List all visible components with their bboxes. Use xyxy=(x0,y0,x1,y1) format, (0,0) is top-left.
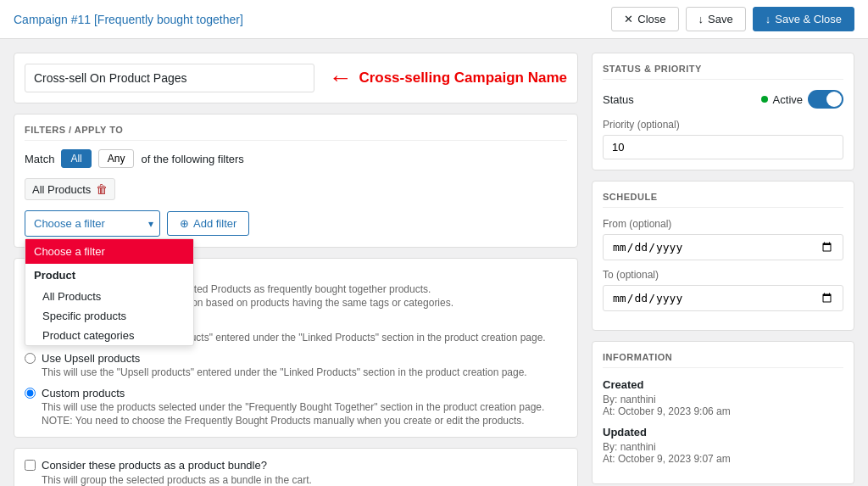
left-panel: ← Cross-selling Campaign Name FILTERS / … xyxy=(14,53,578,486)
save-label: Save xyxy=(708,13,733,25)
updated-group: Updated By: nanthini At: October 9, 2023… xyxy=(603,426,843,465)
match-row: Match All Any of the following filters xyxy=(25,149,567,168)
match-suffix: of the following filters xyxy=(141,153,243,165)
priority-label: Priority (optional) xyxy=(603,119,843,131)
dropdown-specific-products[interactable]: Specific products xyxy=(25,306,193,326)
schedule-title: SCHEDULE xyxy=(603,192,843,208)
radio-upsell-label[interactable]: Use Upsell products xyxy=(25,352,567,365)
bundle-section: Consider these products as a product bun… xyxy=(14,448,578,486)
save-icon: ↓ xyxy=(698,13,704,25)
dropdown-group-label: Product xyxy=(25,264,193,287)
status-priority-title: STATUS & PRIORITY xyxy=(603,64,843,80)
bundle-desc: This will group the selected products as… xyxy=(42,474,567,486)
radio-custom-text: Custom products xyxy=(42,387,125,399)
match-prefix: Match xyxy=(25,153,54,165)
status-active-text: Active xyxy=(773,93,803,106)
save-close-button[interactable]: ↓ Save & Close xyxy=(753,7,854,31)
match-any-button[interactable]: Any xyxy=(98,149,135,168)
radio-custom-input[interactable] xyxy=(25,388,36,399)
filters-section-label: FILTERS / APPLY TO xyxy=(25,125,567,141)
radio-custom-label[interactable]: Custom products xyxy=(25,387,567,399)
to-field: To (optional) xyxy=(603,269,843,311)
add-filter-button[interactable]: ⊕ Add filter xyxy=(167,211,249,236)
radio-upsell-text: Use Upsell products xyxy=(42,352,140,365)
created-at: At: October 9, 2023 9:06 am xyxy=(603,405,843,417)
from-label: From (optional) xyxy=(603,218,843,230)
all-products-tag: All Products 🗑 xyxy=(25,178,115,200)
to-label: To (optional) xyxy=(603,269,843,281)
add-filter-icon: ⊕ xyxy=(180,217,189,230)
annotation-text: Cross-selling Campaign Name xyxy=(359,70,567,87)
priority-field: Priority (optional) xyxy=(603,119,843,159)
right-panel: STATUS & PRIORITY Status Active Priority… xyxy=(592,53,854,486)
top-bar-actions: ✕ Close ↓ Save ↓ Save & Close xyxy=(611,7,854,31)
campaign-name-wrapper: ← Cross-selling Campaign Name xyxy=(25,64,567,92)
created-by: By: nanthini xyxy=(603,394,843,405)
close-icon: ✕ xyxy=(624,13,633,25)
status-priority-card: STATUS & PRIORITY Status Active Priority… xyxy=(592,53,854,170)
arrow-left-icon: ← xyxy=(328,66,352,90)
to-date-input[interactable] xyxy=(603,285,843,311)
filter-row: Choose a filter ⊕ Add filter Choose a fi… xyxy=(25,210,567,237)
radio-custom: Custom products This will use the produc… xyxy=(25,387,567,427)
save-button[interactable]: ↓ Save xyxy=(686,7,746,31)
filter-dropdown-menu: Choose a filter Product All Products Spe… xyxy=(25,238,194,346)
dropdown-product-categories[interactable]: Product categories xyxy=(25,326,193,345)
title-prefix: Campaign #11 [ xyxy=(14,13,97,26)
save-close-icon: ↓ xyxy=(765,13,771,25)
title-link: Frequently bought together xyxy=(97,13,240,26)
close-button[interactable]: ✕ Close xyxy=(611,7,678,31)
information-card: INFORMATION Created By: nanthini At: Oct… xyxy=(592,341,854,484)
status-row: Status Active xyxy=(603,90,843,109)
dropdown-header-item[interactable]: Choose a filter xyxy=(25,239,193,264)
radio-upsell: Use Upsell products This will use the "U… xyxy=(25,352,567,378)
filters-section: FILTERS / APPLY TO Match All Any of the … xyxy=(14,114,578,248)
match-all-button[interactable]: All xyxy=(61,149,91,168)
radio-upsell-input[interactable] xyxy=(25,353,36,364)
status-value: Active xyxy=(761,90,843,109)
created-label: Created xyxy=(603,378,843,391)
dropdown-all-products[interactable]: All Products xyxy=(25,287,193,306)
campaign-name-annotation: ← Cross-selling Campaign Name xyxy=(328,66,567,90)
from-date-input[interactable] xyxy=(603,234,843,260)
campaign-name-section: ← Cross-selling Campaign Name xyxy=(14,53,578,103)
top-bar: Campaign #11 [Frequently bought together… xyxy=(0,0,868,39)
page-wrapper: Campaign #11 [Frequently bought together… xyxy=(0,0,868,486)
status-dot-icon xyxy=(761,96,768,103)
status-toggle[interactable] xyxy=(808,90,843,109)
campaign-name-input[interactable] xyxy=(25,64,314,92)
updated-label: Updated xyxy=(603,426,843,439)
updated-by: By: nanthini xyxy=(603,441,843,453)
from-field: From (optional) xyxy=(603,218,843,260)
radio-custom-desc: This will use the products selected unde… xyxy=(42,401,567,413)
save-close-label: Save & Close xyxy=(775,13,842,25)
title-suffix: ] xyxy=(240,13,243,26)
information-title: INFORMATION xyxy=(603,352,843,368)
radio-upsell-desc: This will use the "Upsell products" ente… xyxy=(42,366,567,378)
main-layout: ← Cross-selling Campaign Name FILTERS / … xyxy=(0,39,868,486)
radio-custom-note: NOTE: You need to choose the Frequently … xyxy=(42,415,567,427)
filter-select[interactable]: Choose a filter xyxy=(25,210,160,237)
schedule-card: SCHEDULE From (optional) To (optional) xyxy=(592,181,854,331)
close-label: Close xyxy=(637,13,665,25)
updated-at: At: October 9, 2023 9:07 am xyxy=(603,453,843,465)
priority-input[interactable] xyxy=(603,135,843,159)
delete-tag-icon[interactable]: 🗑 xyxy=(96,182,108,196)
status-label: Status xyxy=(603,93,634,106)
bundle-label-text: Consider these products as a product bun… xyxy=(42,459,267,472)
filter-select-wrapper: Choose a filter xyxy=(25,210,160,237)
bundle-checkbox-label[interactable]: Consider these products as a product bun… xyxy=(25,459,567,472)
campaign-title: Campaign #11 [Frequently bought together… xyxy=(14,13,243,26)
bundle-checkbox[interactable] xyxy=(25,460,36,471)
all-products-label: All Products xyxy=(32,183,91,196)
add-filter-label: Add filter xyxy=(193,217,236,230)
created-group: Created By: nanthini At: October 9, 2023… xyxy=(603,378,843,417)
